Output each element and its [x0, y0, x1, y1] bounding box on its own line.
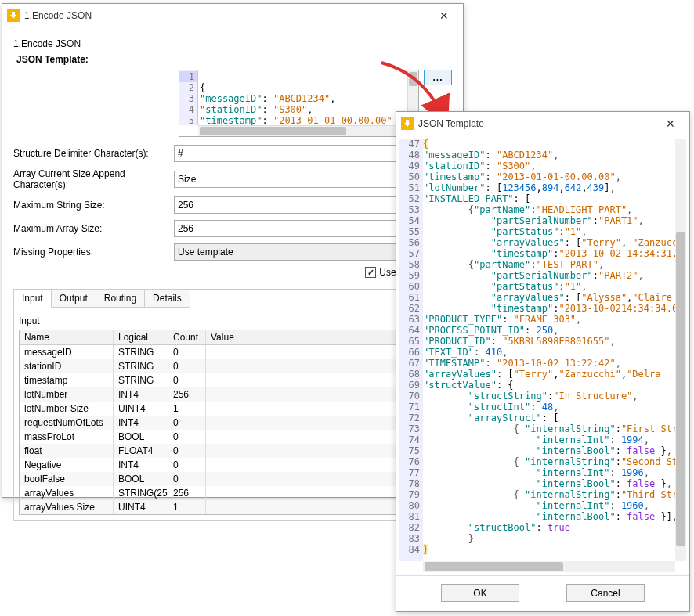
- popup-titlebar: JSON Template ✕: [396, 112, 689, 135]
- tab-output[interactable]: Output: [51, 290, 96, 308]
- table-row[interactable]: requestNumOfLotsINT40: [20, 416, 446, 430]
- popup-editor[interactable]: 4748495051525354555657585960616263646566…: [396, 135, 689, 575]
- col-count[interactable]: Count: [168, 330, 206, 344]
- maxarr-label: Maximum Array Size:: [13, 223, 174, 234]
- popup-hscroll[interactable]: [423, 561, 675, 572]
- group-label: 1.Encode JSON: [13, 38, 452, 49]
- close-button[interactable]: ✕: [426, 5, 461, 27]
- template-expand-button[interactable]: ...: [424, 70, 452, 85]
- input-panel: Input NameLogicalCountValueType messageI…: [13, 308, 452, 521]
- preview-hscroll[interactable]: [198, 125, 407, 136]
- table-row[interactable]: messageIDSTRING0: [20, 345, 446, 359]
- table-row[interactable]: floatFLOAT40: [20, 444, 446, 458]
- popup-window: JSON Template ✕ 474849505152535455565758…: [396, 111, 690, 612]
- tabs: InputOutputRoutingDetails: [13, 289, 452, 308]
- table-row[interactable]: stationIDSTRING0: [20, 359, 446, 373]
- tab-input[interactable]: Input: [13, 290, 52, 308]
- app-icon: [401, 117, 414, 130]
- tab-routing[interactable]: Routing: [96, 290, 145, 308]
- main-title: 1.Encode JSON: [24, 10, 426, 21]
- table-row[interactable]: timestampSTRING0: [20, 373, 446, 387]
- table-row[interactable]: lotNumber SizeUINT41: [20, 402, 446, 416]
- advanced-checkbox[interactable]: [365, 267, 376, 278]
- table-row[interactable]: arrayValuesSTRING(256)256: [20, 486, 446, 500]
- table-row[interactable]: lotNumberINT4256: [20, 387, 446, 402]
- missing-label: Missing Properties:: [13, 247, 174, 258]
- popup-close-button[interactable]: ✕: [652, 113, 688, 135]
- main-window: 1.Encode JSON ✕ 1.Encode JSON JSON Templ…: [2, 3, 464, 498]
- table-row[interactable]: massProLotBOOL0: [20, 430, 446, 444]
- table-row[interactable]: arrayValues SizeUINT41: [20, 500, 446, 514]
- json-template-preview[interactable]: 12345 {"messageID": "ABCD1234","stationI…: [179, 70, 419, 137]
- input-grid: NameLogicalCountValueType messageIDSTRIN…: [19, 330, 446, 515]
- col-value[interactable]: Value: [206, 330, 408, 344]
- app-icon: [7, 9, 20, 22]
- main-titlebar: 1.Encode JSON ✕: [2, 4, 463, 27]
- table-row[interactable]: NegativeINT40: [20, 458, 446, 472]
- popup-title: JSON Template: [418, 118, 652, 129]
- arrsize-label: Array Current Size Append Character(s):: [13, 168, 174, 190]
- table-row[interactable]: boolFalseBOOL0: [20, 472, 446, 486]
- delim-label: Structure Delimiter Character(s):: [13, 148, 174, 159]
- tab-details[interactable]: Details: [144, 290, 190, 308]
- panel-subtitle: Input: [19, 315, 446, 326]
- popup-vscroll[interactable]: [675, 139, 686, 561]
- col-logical[interactable]: Logical: [114, 330, 168, 344]
- ok-button[interactable]: OK: [441, 584, 519, 602]
- maxstr-label: Maximum String Size:: [13, 200, 174, 211]
- col-name[interactable]: Name: [20, 330, 114, 344]
- cancel-button[interactable]: Cancel: [566, 584, 645, 602]
- section-header: JSON Template:: [16, 54, 452, 65]
